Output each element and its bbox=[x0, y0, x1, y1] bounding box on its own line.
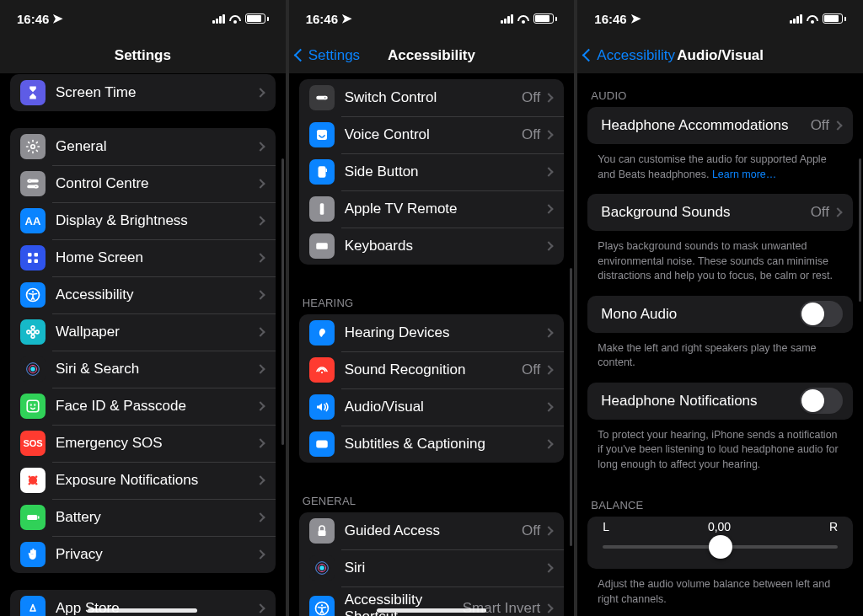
faceid-icon bbox=[20, 394, 46, 419]
balance-value: 0,00 bbox=[708, 520, 731, 533]
settings-group: Hearing DevicesSound RecognitionOffAudio… bbox=[299, 314, 565, 463]
chevron-right-icon bbox=[833, 121, 842, 130]
scrollbar[interactable] bbox=[281, 158, 284, 445]
chevron-right-icon bbox=[255, 327, 265, 336]
chevron-right-icon bbox=[544, 402, 554, 411]
svg-rect-20 bbox=[27, 400, 39, 412]
captions-icon bbox=[309, 431, 335, 457]
back-button[interactable]: Settings bbox=[289, 47, 360, 64]
chevron-right-icon bbox=[544, 204, 554, 213]
row-label: Headphone Accommodations bbox=[601, 117, 810, 134]
accessibility-icon bbox=[20, 282, 46, 308]
chevron-right-icon bbox=[544, 603, 554, 613]
row-value: Off bbox=[522, 126, 540, 143]
row-hearing-devices[interactable]: Hearing Devices bbox=[299, 314, 565, 351]
row-emergency-sos[interactable]: SOSEmergency SOS bbox=[10, 425, 276, 462]
chevron-right-icon bbox=[544, 167, 554, 176]
svg-rect-38 bbox=[317, 130, 327, 140]
row-headphone-notifications[interactable]: Headphone Notifications bbox=[587, 383, 853, 420]
slider-thumb[interactable] bbox=[709, 535, 732, 559]
balance-slider[interactable] bbox=[603, 545, 838, 549]
row-general[interactable]: General bbox=[10, 128, 276, 165]
row-guided-access[interactable]: Guided AccessOff bbox=[299, 512, 565, 549]
group-header: BALANCE bbox=[577, 484, 863, 517]
chevron-right-icon bbox=[544, 93, 554, 102]
svg-rect-8 bbox=[35, 260, 39, 264]
svg-point-60 bbox=[319, 565, 324, 570]
balance-r: R bbox=[829, 520, 838, 533]
row-apple-tv-remote[interactable]: Apple TV Remote bbox=[299, 190, 565, 228]
svg-point-39 bbox=[319, 133, 321, 135]
chevron-right-icon bbox=[544, 526, 554, 535]
row-value: Off bbox=[811, 204, 829, 221]
row-value: Off bbox=[522, 522, 540, 539]
learn-more-link[interactable]: Learn more… bbox=[712, 169, 776, 180]
row-display-brightness[interactable]: AADisplay & Brightness bbox=[10, 202, 276, 239]
svg-point-11 bbox=[31, 330, 35, 335]
chevron-right-icon bbox=[544, 439, 554, 448]
row-face-id-passcode[interactable]: Face ID & Passcode bbox=[10, 388, 276, 425]
row-home-screen[interactable]: Home Screen bbox=[10, 239, 276, 276]
status-time: 16:46 bbox=[306, 12, 338, 26]
svg-point-15 bbox=[35, 330, 39, 334]
svg-point-26 bbox=[29, 483, 31, 485]
row-keyboards[interactable]: Keyboards bbox=[299, 228, 565, 265]
row-headphone-accommodations[interactable]: Headphone AccommodationsOff bbox=[587, 107, 853, 144]
row-wallpaper[interactable]: Wallpaper bbox=[10, 313, 276, 351]
row-sound-recognition[interactable]: Sound RecognitionOff bbox=[299, 351, 565, 388]
home-indicator[interactable] bbox=[88, 608, 197, 613]
footer-note: Plays background sounds to mask unwanted… bbox=[577, 236, 863, 296]
chevron-right-icon bbox=[255, 401, 265, 410]
row-label: Guided Access bbox=[345, 522, 522, 539]
svg-rect-55 bbox=[318, 445, 323, 446]
scrollbar[interactable] bbox=[859, 158, 861, 302]
chevron-right-icon bbox=[255, 364, 265, 373]
row-label: Hearing Devices bbox=[345, 324, 546, 341]
row-switch-control[interactable]: Switch ControlOff bbox=[299, 79, 565, 116]
row-privacy[interactable]: Privacy bbox=[10, 536, 276, 573]
row-label: Home Screen bbox=[56, 249, 257, 266]
hourglass-icon bbox=[20, 80, 46, 105]
svg-rect-41 bbox=[318, 166, 325, 178]
chevron-left-icon bbox=[293, 49, 307, 62]
row-label: Subtitles & Captioning bbox=[345, 436, 546, 453]
voice-icon bbox=[309, 122, 335, 147]
svg-point-25 bbox=[35, 476, 38, 479]
row-accessibility[interactable]: Accessibility bbox=[10, 276, 276, 313]
row-exposure-notifications[interactable]: Exposure Notifications bbox=[10, 462, 276, 499]
row-audio-visual[interactable]: Audio/Visual bbox=[299, 388, 565, 426]
row-siri-search[interactable]: Siri & Search bbox=[10, 351, 276, 388]
group-header: GENERAL bbox=[289, 479, 575, 512]
back-button[interactable]: Accessibility bbox=[577, 47, 675, 64]
row-side-button[interactable]: Side Button bbox=[299, 153, 565, 190]
toggle-switch[interactable] bbox=[800, 388, 843, 414]
svg-point-13 bbox=[31, 335, 35, 338]
row-control-centre[interactable]: Control Centre bbox=[10, 165, 276, 202]
status-time: 16:46 bbox=[17, 12, 49, 26]
row-label: Sound Recognition bbox=[345, 362, 522, 378]
switches-icon bbox=[20, 171, 46, 196]
row-value: Off bbox=[811, 117, 829, 134]
svg-rect-47 bbox=[319, 245, 321, 246]
siri-icon bbox=[309, 555, 335, 581]
row-subtitles-captioning[interactable]: Subtitles & Captioning bbox=[299, 426, 565, 463]
home-indicator[interactable] bbox=[377, 608, 486, 613]
chevron-left-icon bbox=[582, 49, 596, 62]
status-bar: 16:46➤ bbox=[289, 0, 575, 37]
row-siri[interactable]: Siri bbox=[299, 549, 565, 587]
row-background-sounds[interactable]: Background SoundsOff bbox=[587, 194, 853, 231]
location-icon: ➤ bbox=[341, 11, 352, 26]
chevron-right-icon bbox=[255, 475, 265, 485]
row-voice-control[interactable]: Voice ControlOff bbox=[299, 116, 565, 153]
chevron-right-icon bbox=[255, 512, 265, 522]
toggle-switch[interactable] bbox=[800, 301, 843, 327]
scrollbar[interactable] bbox=[570, 268, 572, 546]
row-label: Voice Control bbox=[345, 126, 522, 143]
row-battery[interactable]: Battery bbox=[10, 499, 276, 536]
row-mono-audio[interactable]: Mono Audio bbox=[587, 296, 853, 333]
wifi-icon bbox=[517, 13, 530, 24]
AA-icon: AA bbox=[20, 208, 46, 233]
row-screen-time[interactable]: Screen Time bbox=[10, 74, 276, 111]
row-label: Screen Time bbox=[56, 84, 257, 101]
nav-bar: Accessibility Audio/Visual bbox=[577, 37, 863, 74]
